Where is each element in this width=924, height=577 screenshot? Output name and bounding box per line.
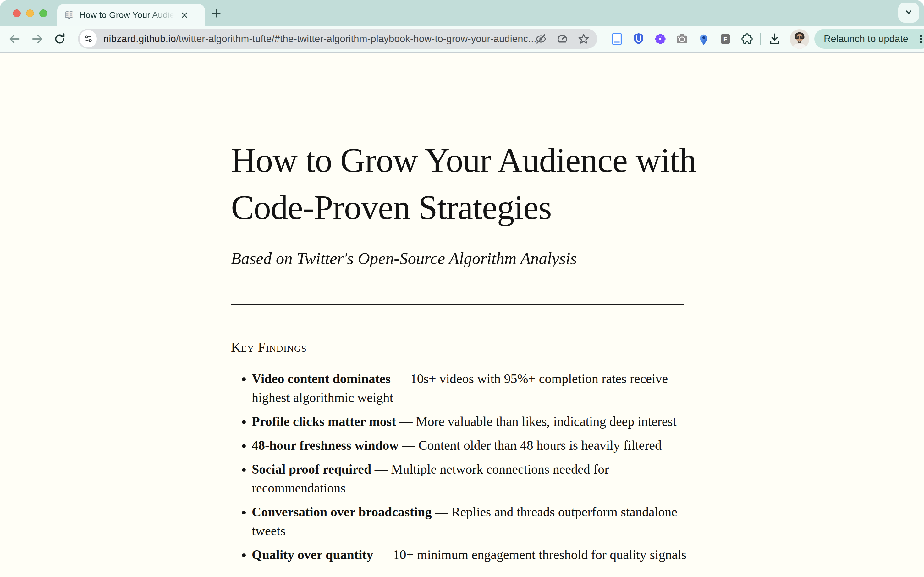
chevron-down-icon — [903, 6, 914, 19]
reload-button[interactable] — [52, 31, 67, 47]
address-bar[interactable]: nibzard.github.io/twitter-algorithm-tuft… — [78, 29, 597, 49]
browser-tab[interactable]: How to Grow Your Audience w — [57, 4, 205, 26]
finding-rest: — More valuable than likes, indicating d… — [396, 414, 676, 429]
section-divider — [231, 304, 684, 305]
list-item: Social proof required — Multiple network… — [252, 460, 704, 498]
finding-lead: 48-hour freshness window — [252, 438, 399, 453]
url-domain: nibzard.github.io — [103, 33, 176, 44]
back-button[interactable] — [7, 31, 22, 47]
doc-icon[interactable] — [606, 29, 627, 49]
close-window-button[interactable] — [13, 10, 21, 17]
finding-lead: Social proof required — [252, 462, 371, 476]
svg-text:F: F — [723, 36, 727, 43]
finding-lead: Video content dominates — [252, 371, 391, 386]
list-item: Quality over quantity — 10+ minimum enga… — [252, 545, 704, 564]
shield-icon[interactable] — [627, 29, 649, 49]
new-tab-button[interactable] — [210, 7, 223, 19]
page-title: How to Grow Your Audience with Code-Prov… — [231, 53, 704, 231]
download-icon[interactable] — [764, 29, 785, 49]
list-item: Profile clicks matter most — More valuab… — [252, 412, 704, 431]
finding-lead: Quality over quantity — [252, 548, 373, 562]
zoom-window-button[interactable] — [39, 10, 47, 17]
tab-title: How to Grow Your Audience w — [79, 10, 177, 20]
tab-strip: How to Grow Your Audience w — [0, 0, 924, 26]
star-icon[interactable] — [577, 32, 590, 45]
page-content: How to Grow Your Audience with Code-Prov… — [0, 53, 924, 577]
puzzle-icon[interactable] — [736, 29, 758, 49]
camera-icon[interactable] — [671, 29, 693, 49]
flower-gear-icon[interactable] — [649, 29, 671, 49]
user-avatar[interactable] — [790, 29, 809, 49]
open-book-icon — [64, 10, 74, 20]
list-item: 48-hour freshness window — Content older… — [252, 436, 704, 455]
forward-button[interactable] — [30, 31, 45, 47]
key-findings-list: Video content dominates — 10s+ videos wi… — [231, 369, 704, 564]
relaunch-button[interactable]: Relaunch to update — [814, 29, 924, 49]
f-badge-icon[interactable]: F — [714, 29, 736, 49]
article: How to Grow Your Audience with Code-Prov… — [231, 53, 704, 569]
list-item: Conversation over broadcasting — Replies… — [252, 503, 704, 540]
finding-rest: — Content older than 48 hours is heavily… — [399, 438, 661, 453]
tab-search-button[interactable] — [898, 3, 919, 23]
url-path: /twitter-algorithm-tufte/#the-twitter-al… — [176, 33, 537, 44]
eye-off-icon[interactable] — [534, 32, 547, 45]
key-findings-heading: Key Findings — [231, 340, 704, 355]
browser-window: How to Grow Your Audience w — [0, 0, 924, 577]
relaunch-label: Relaunch to update — [824, 33, 908, 45]
finding-rest: — 10+ minimum engagement threshold for q… — [373, 548, 687, 562]
list-item: Video content dominates — 10s+ videos wi… — [252, 369, 704, 407]
map-pin-icon[interactable] — [693, 29, 714, 49]
site-info-button[interactable] — [79, 30, 97, 47]
gauge-icon[interactable] — [556, 32, 569, 45]
minimize-window-button[interactable] — [26, 10, 34, 17]
finding-lead: Profile clicks matter most — [252, 414, 396, 429]
url-text: nibzard.github.io/twitter-algorithm-tuft… — [103, 33, 537, 45]
page-subtitle: Based on Twitter's Open-Source Algorithm… — [231, 247, 704, 269]
tune-icon — [83, 34, 94, 44]
finding-lead: Conversation over broadcasting — [252, 505, 432, 519]
window-controls — [13, 10, 47, 17]
three-dot-menu-icon[interactable] — [914, 33, 924, 45]
extensions-row: F — [606, 29, 924, 49]
browser-toolbar: nibzard.github.io/twitter-algorithm-tuft… — [0, 26, 924, 53]
tab-close-icon[interactable] — [179, 9, 190, 21]
toolbar-divider — [760, 33, 761, 45]
